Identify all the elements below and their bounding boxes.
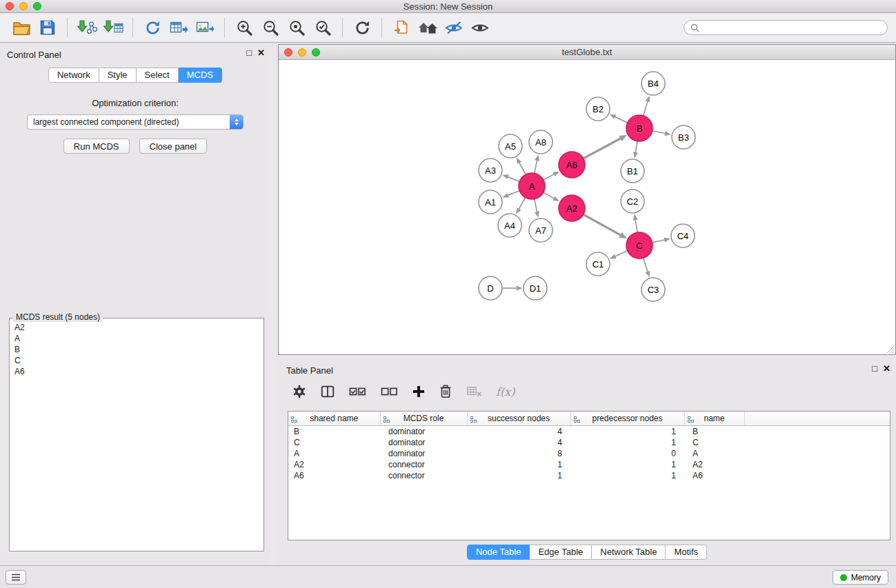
graph-node-C4[interactable]: C4 (671, 224, 695, 247)
graph-edge-B-B2[interactable] (615, 117, 628, 123)
graph-edge-C-C3[interactable] (644, 258, 648, 272)
function-builder-button[interactable]: f(x) (496, 385, 515, 398)
table-cell[interactable]: C (288, 437, 380, 448)
column-header-mcds-role[interactable]: MCDS role (380, 412, 467, 425)
close-window-button[interactable] (6, 2, 14, 10)
table-row[interactable]: Adominator80A (288, 448, 890, 459)
graph-edge-C-C2[interactable] (635, 220, 637, 232)
table-cell[interactable]: 4 (467, 437, 570, 448)
tab-network-table[interactable]: Network Table (592, 545, 666, 560)
float-panel-icon[interactable]: □ (246, 48, 252, 58)
import-network-button[interactable] (74, 16, 100, 39)
create-column-button[interactable] (412, 385, 426, 398)
graph-node-A7[interactable]: A7 (529, 219, 552, 242)
table-cell[interactable]: 1 (570, 470, 684, 481)
import-table-button[interactable] (100, 16, 126, 39)
table-cell[interactable]: connector (380, 459, 467, 470)
tab-mcds[interactable]: MCDS (179, 68, 222, 83)
export-table-button[interactable] (166, 16, 192, 39)
show-graphics-details-button[interactable] (467, 16, 493, 39)
column-header-successor-nodes[interactable]: successor nodes (467, 412, 570, 425)
criterion-dropdown[interactable]: largest connected component (directed) (27, 114, 243, 130)
column-browser-button[interactable] (320, 384, 335, 399)
table-cell[interactable]: dominator (380, 437, 467, 448)
zoom-selected-button[interactable] (310, 16, 336, 39)
table-cell[interactable]: 0 (570, 448, 684, 459)
search-box[interactable] (684, 20, 888, 35)
export-image-button[interactable] (192, 16, 218, 39)
graph-edge-A-A6[interactable] (544, 174, 554, 180)
graph-node-A4[interactable]: A4 (498, 214, 521, 237)
graph-edge-A-A5[interactable] (519, 163, 526, 174)
minimize-window-button[interactable] (19, 2, 28, 10)
graph-node-A8[interactable]: A8 (529, 130, 552, 154)
mcds-result-item[interactable]: C (14, 355, 259, 366)
close-panel-icon[interactable]: ✕ (257, 48, 265, 58)
graph-node-B2[interactable]: B2 (586, 97, 610, 121)
network-canvas[interactable]: B4B2BB3A5A8A6B1A3AC2A1A2A4A7C4CC1C3DD1 (279, 60, 895, 354)
column-header-predecessor-nodes[interactable]: predecessor nodes (570, 412, 684, 425)
graph-node-D[interactable]: D (479, 276, 502, 300)
open-session-button[interactable] (8, 16, 34, 39)
float-table-panel-icon[interactable]: □ (872, 363, 877, 374)
table-cell[interactable]: A2 (684, 459, 744, 470)
save-session-button[interactable] (34, 16, 61, 39)
table-row[interactable]: Cdominator41C (288, 437, 890, 448)
clone-network-button[interactable] (388, 16, 415, 39)
graph-node-C3[interactable]: C3 (641, 278, 665, 301)
zoom-fit-button[interactable] (283, 16, 310, 39)
task-history-button[interactable] (6, 570, 26, 585)
delete-column-button[interactable] (439, 384, 452, 399)
graph-node-B[interactable]: B (626, 115, 653, 141)
resize-grip-icon[interactable] (886, 345, 895, 354)
graph-node-A6[interactable]: A6 (559, 152, 585, 178)
run-mcds-button[interactable]: Run MCDS (63, 139, 130, 154)
refresh-view-button[interactable] (349, 16, 375, 39)
table-settings-button[interactable] (292, 384, 307, 399)
graph-node-A3[interactable]: A3 (479, 159, 502, 182)
table-cell[interactable]: 1 (570, 425, 684, 437)
zoom-network-window-button[interactable] (312, 48, 320, 57)
mcds-result-item[interactable]: A6 (14, 366, 259, 377)
table-cell[interactable]: A (288, 448, 380, 459)
graph-edge-B-B4[interactable] (644, 101, 648, 116)
style-preview-button[interactable] (441, 16, 467, 39)
export-network-button[interactable] (139, 16, 166, 39)
graph-edge-A-A8[interactable] (535, 161, 537, 173)
graph-edge-C-C1[interactable] (615, 251, 628, 256)
memory-button[interactable]: Memory (833, 570, 888, 585)
select-all-columns-button[interactable] (348, 384, 367, 399)
graph-edge-A-A2[interactable] (544, 192, 555, 199)
table-cell[interactable]: connector (380, 470, 467, 481)
table-cell[interactable]: A6 (288, 470, 380, 481)
graph-edge-A-A1[interactable] (508, 191, 520, 195)
minimize-network-window-button[interactable] (298, 48, 306, 57)
home-button[interactable] (415, 16, 441, 39)
tab-style[interactable]: Style (99, 68, 137, 83)
search-input[interactable] (703, 23, 881, 32)
graph-node-B4[interactable]: B4 (641, 72, 665, 95)
graph-edge-A-A4[interactable] (519, 198, 525, 209)
table-row[interactable]: Bdominator41B (288, 425, 890, 437)
table-cell[interactable]: A2 (288, 459, 380, 470)
zoom-in-button[interactable] (231, 16, 257, 39)
graph-edge-A-A7[interactable] (535, 199, 537, 212)
zoom-out-button[interactable] (257, 16, 283, 39)
graph-node-A1[interactable]: A1 (479, 190, 502, 214)
table-cell[interactable]: B (684, 425, 744, 437)
node-table[interactable]: shared nameMCDS rolesuccessor nodesprede… (288, 412, 890, 481)
tab-network[interactable]: Network (48, 68, 99, 83)
table-row[interactable]: A6connector11A6 (288, 470, 890, 481)
close-panel-button[interactable]: Close panel (139, 139, 208, 154)
graph-edge-C-C4[interactable] (653, 240, 665, 243)
tab-edge-table[interactable]: Edge Table (530, 545, 592, 560)
close-table-panel-icon[interactable]: ✕ (883, 363, 890, 374)
graph-node-C2[interactable]: C2 (621, 190, 644, 213)
table-cell[interactable]: B (288, 425, 380, 437)
graph-node-B3[interactable]: B3 (672, 125, 695, 149)
tab-node-table[interactable]: Node Table (467, 545, 530, 560)
graph-edge-A-A3[interactable] (508, 177, 520, 181)
table-row[interactable]: A2connector11A2 (288, 459, 890, 470)
table-cell[interactable]: C (684, 437, 744, 448)
graph-node-C[interactable]: C (626, 232, 653, 258)
